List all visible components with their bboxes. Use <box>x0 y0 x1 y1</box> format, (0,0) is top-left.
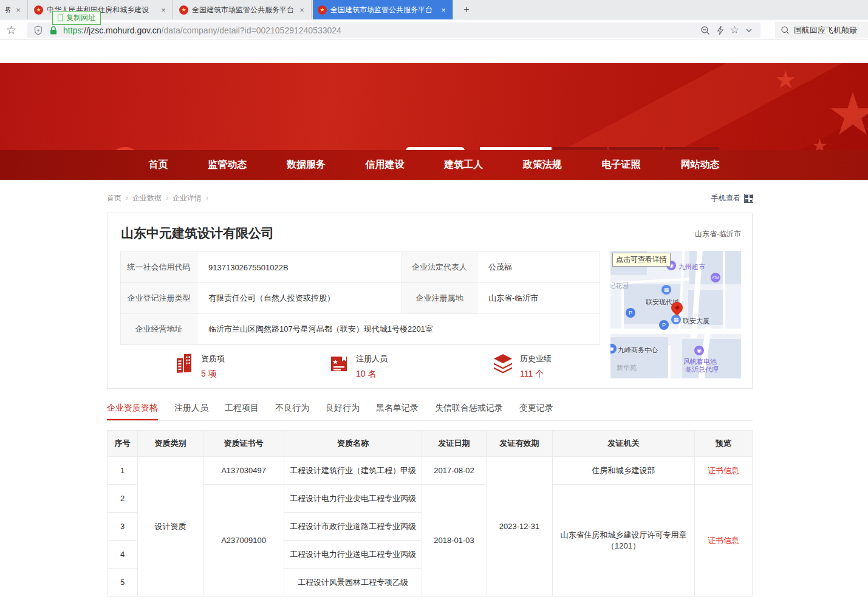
nav-item-license[interactable]: 电子证照 <box>602 159 641 171</box>
stat-value: 5 项 <box>201 369 225 380</box>
company-stats: 资质项 5 项 注册人员 10 名 <box>120 352 600 383</box>
preview-cell: 证书信息 <box>695 485 753 596</box>
shield-icon[interactable] <box>33 25 44 36</box>
qual-name-cell: 工程设计电力行业送电工程专业丙级 <box>284 541 422 569</box>
url-path: /data/company/detail?id=0021052912405330… <box>162 26 341 35</box>
tab-blacklist[interactable]: 黑名单记录 <box>376 403 419 420</box>
emblem-favicon-icon: ★ <box>318 5 327 15</box>
browser-tab-active[interactable]: ★ 全国建筑市场监管公共服务平台 × <box>313 0 453 19</box>
cert-no-cell: A237009100 <box>203 485 284 596</box>
tab-title: 全国建筑市场监管公共服务平台 <box>192 5 294 15</box>
nav-item-home[interactable]: 首页 <box>149 159 168 171</box>
tab-dishonesty[interactable]: 失信联合惩戒记录 <box>435 403 503 420</box>
address-bar[interactable]: https://jzsc.mohurd.gov.cn/data/company/… <box>27 22 760 38</box>
seq-cell: 5 <box>108 569 138 596</box>
company-region: 山东省-临沂市 <box>695 229 741 239</box>
map-label-business-center: 九峰商务中心 <box>618 346 658 355</box>
close-icon[interactable]: × <box>439 5 448 15</box>
breadcrumb-separator: › <box>206 194 208 202</box>
company-name: 山东中元建筑设计有限公司 <box>121 225 274 242</box>
registered-personnel-icon <box>328 353 350 375</box>
emblem-favicon-icon: ★ <box>34 5 43 15</box>
mobile-view-button[interactable]: 手机查看 <box>711 193 753 203</box>
stat-value: 10 名 <box>356 369 388 380</box>
reg-type-value: 有限责任公司（自然人投资或控股） <box>197 283 402 314</box>
tab-registered-personnel[interactable]: 注册人员 <box>174 403 208 420</box>
copy-url-tooltip: 复制网址 <box>52 11 101 25</box>
seq-cell: 4 <box>108 541 138 569</box>
browser-window: 界 × ★ 中华人民共和国住房和城乡建设 × ★ 全国建筑市场监管公共服务平台 … <box>0 0 868 605</box>
address-value: 临沂市兰山区陶然路107号星河晶都（联安）现代城1号楼2201室 <box>197 314 600 345</box>
qual-name-cell: 工程设计市政行业道路工程专业丙级 <box>284 513 422 541</box>
parking-marker-icon: P <box>626 308 635 318</box>
table-row: 2 A237009100 工程设计电力行业变电工程专业丙级 2018-01-03… <box>108 485 753 513</box>
stat-qualifications: 资质项 5 项 <box>173 353 225 380</box>
close-icon[interactable]: × <box>159 5 168 15</box>
nav-item-workers[interactable]: 建筑工人 <box>444 159 483 171</box>
qualification-building-icon <box>173 353 195 375</box>
tab-change-records[interactable]: 变更记录 <box>519 403 553 420</box>
browser-tab-cutoff[interactable]: 界 × <box>0 0 28 19</box>
field-label: 企业注册属地 <box>402 283 477 314</box>
certificate-info-link[interactable]: 证书信息 <box>708 536 739 545</box>
favorite-star-icon[interactable]: ☆ <box>730 25 739 36</box>
stat-historical-performance: 历史业绩 111 个 <box>492 353 552 380</box>
tab-bad-behavior[interactable]: 不良行为 <box>275 403 309 420</box>
atm-marker-icon: ATM <box>711 273 720 282</box>
seq-cell: 3 <box>108 513 138 541</box>
performance-layers-icon <box>492 353 514 375</box>
authority-line: （1201） <box>553 541 694 552</box>
authority-cell: 山东省住房和城乡建设厅许可专用章 （1201） <box>553 485 695 596</box>
valid-until-cell: 2023-12-31 <box>487 457 553 596</box>
zoom-out-icon[interactable] <box>700 25 711 36</box>
category-cell: 设计资质 <box>138 457 203 596</box>
map-tooltip[interactable]: 点击可查看详情 <box>612 253 671 267</box>
breadcrumb-home[interactable]: 首页 <box>107 193 121 203</box>
tab-projects[interactable]: 工程项目 <box>225 403 259 420</box>
browser-tab-jzsc[interactable]: ★ 全国建筑市场监管公共服务平台 × <box>174 0 312 19</box>
col-header: 发证机关 <box>553 431 695 457</box>
breadcrumb-company-data[interactable]: 企业数据 <box>132 193 162 203</box>
tab-qualifications[interactable]: 企业资质资格 <box>107 403 158 420</box>
nav-item-policy[interactable]: 政策法规 <box>523 159 562 171</box>
parking-marker-icon: P <box>659 320 669 330</box>
chevron-down-icon[interactable] <box>743 25 754 36</box>
nav-item-data-service[interactable]: 数据服务 <box>287 159 326 171</box>
page-url[interactable]: https://jzsc.mohurd.gov.cn/data/company/… <box>63 26 341 35</box>
field-label: 企业登记注册类型 <box>121 283 197 314</box>
browser-tab-mohurd[interactable]: ★ 中华人民共和国住房和城乡建设 × <box>29 0 173 19</box>
seq-cell: 1 <box>108 457 138 485</box>
map-label-battery-agent: 临沂总代理 <box>685 365 719 374</box>
lock-icon <box>48 25 59 36</box>
qual-name-cell: 工程设计电力行业变电工程专业丙级 <box>284 485 422 513</box>
main-nav: 首页 监管动态 数据服务 信用建设 建筑工人 政策法规 电子证照 网站动态 <box>0 150 868 180</box>
building-marker-icon: ▦ <box>661 285 671 295</box>
close-icon[interactable]: × <box>298 5 306 15</box>
tab-title: 界 <box>5 5 10 15</box>
field-label: 企业经营地址 <box>121 314 197 345</box>
breadcrumb-company-detail[interactable]: 企业详情 <box>173 193 202 203</box>
breadcrumb-separator: › <box>166 194 168 202</box>
company-info-table: 统一社会信用代码 91371302675501022B 企业法定代表人 公茂福 … <box>120 251 600 345</box>
certificate-info-link[interactable]: 证书信息 <box>708 466 739 475</box>
col-header: 资质名称 <box>284 431 422 457</box>
field-label: 统一社会信用代码 <box>121 252 197 283</box>
flag-star-icon: ★ <box>774 66 796 94</box>
location-map[interactable]: 点击可查看详情 ◉ 九州超市 ATM 纪花园 ▦ 联安现代城 ▦ 联安大厦 P … <box>610 251 741 378</box>
hot-search-text: 国航回应飞机颠簸 <box>794 25 857 36</box>
nav-item-news[interactable]: 网站动态 <box>680 159 719 171</box>
nav-item-credit[interactable]: 信用建设 <box>366 159 405 171</box>
col-header: 序号 <box>108 431 138 457</box>
flash-icon[interactable] <box>715 25 726 36</box>
tab-good-behavior[interactable]: 良好行为 <box>326 403 360 420</box>
browser-toolbar: ☆ https://jzsc.mohurd.gov.cn/data/compan… <box>0 20 868 40</box>
nav-item-supervision[interactable]: 监管动态 <box>208 159 247 171</box>
new-tab-icon[interactable]: + <box>459 2 474 17</box>
stat-label: 注册人员 <box>356 354 388 364</box>
close-icon[interactable]: × <box>14 5 22 15</box>
field-label: 企业法定代表人 <box>402 252 477 283</box>
browser-search-box[interactable]: 国航回应飞机颠簸 <box>775 22 868 38</box>
emblem-favicon-icon: ★ <box>179 5 188 15</box>
tab-title: 全国建筑市场监管公共服务平台 <box>330 5 436 15</box>
bookmark-star-icon[interactable]: ☆ <box>6 23 16 37</box>
